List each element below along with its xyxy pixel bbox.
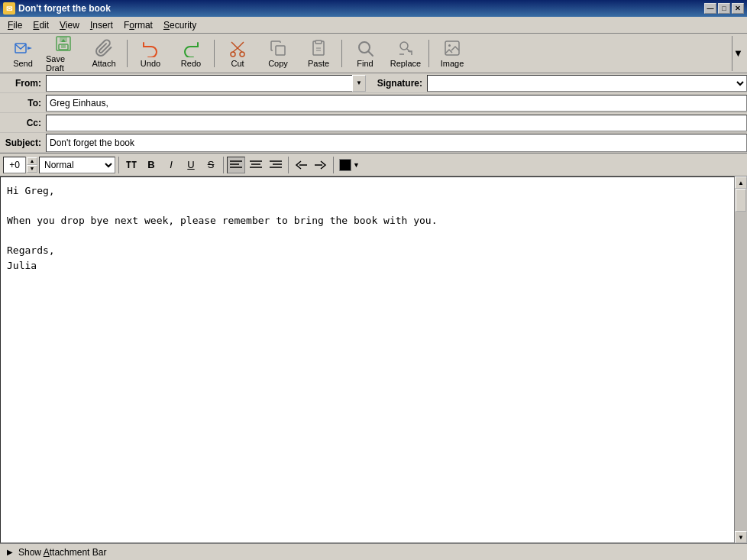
body-area: ▲ ▼ <box>0 176 747 543</box>
copy-icon <box>269 39 287 57</box>
cut-button[interactable]: Cut <box>218 36 257 71</box>
scroll-down-arrow[interactable]: ▼ <box>735 531 747 543</box>
subject-label: Subject: <box>0 138 46 148</box>
subject-wrapper <box>46 134 747 152</box>
close-button[interactable]: ✕ <box>732 3 744 14</box>
from-select[interactable] <box>46 75 366 92</box>
italic-button[interactable]: I <box>162 157 180 173</box>
subject-input[interactable] <box>47 134 167 151</box>
attach-button[interactable]: Attach <box>84 36 124 71</box>
find-icon <box>356 39 374 57</box>
font-size-wrap: ▲ ▼ <box>3 157 37 173</box>
replace-label: Replace <box>390 59 421 68</box>
align-center-button[interactable] <box>247 157 265 173</box>
copy-label: Copy <box>268 59 288 68</box>
toolbar-sep-1 <box>127 40 128 67</box>
from-label: From: <box>0 78 46 89</box>
menu-format[interactable]: Format <box>119 18 157 32</box>
image-icon <box>443 39 461 57</box>
cc-label: Cc: <box>0 118 46 128</box>
svg-rect-13 <box>315 40 322 44</box>
replace-button[interactable]: Replace <box>386 36 425 71</box>
save-draft-label: Save Draft <box>46 54 81 73</box>
copy-button[interactable]: Copy <box>258 36 298 71</box>
indent-less-button[interactable] <box>292 157 310 173</box>
attachment-bar-label[interactable]: Show Attachment Bar <box>18 547 106 558</box>
fmt-sep-3 <box>288 157 289 173</box>
menu-insert[interactable]: Insert <box>86 18 118 32</box>
image-label: Image <box>441 59 464 68</box>
underline-button[interactable]: U <box>182 157 200 173</box>
toolbar-more-button[interactable]: ▼ <box>732 36 744 71</box>
format-toolbar: ▲ ▼ Normal Heading 1 Heading 2 Heading 3… <box>0 154 747 176</box>
strikethrough-button[interactable]: S <box>202 157 220 173</box>
replace-icon <box>396 39 415 57</box>
save-draft-icon <box>54 34 73 53</box>
undo-button[interactable]: Undo <box>131 36 170 71</box>
attachment-arrow[interactable]: ▶ <box>6 549 14 556</box>
send-button[interactable]: Send <box>3 36 43 71</box>
menu-edit[interactable]: Edit <box>28 18 53 32</box>
window-title: Don't forget the book <box>18 3 111 14</box>
redo-button[interactable]: Redo <box>171 36 211 71</box>
paste-icon <box>309 39 328 57</box>
undo-icon <box>141 39 160 57</box>
minimize-button[interactable]: — <box>704 3 716 14</box>
font-size-input[interactable] <box>3 157 26 173</box>
send-icon <box>14 39 32 57</box>
fixed-width-button[interactable]: TT <box>122 157 141 173</box>
text-color-swatch <box>339 159 351 171</box>
cc-input[interactable] <box>46 115 747 131</box>
menu-security[interactable]: Security <box>159 18 201 32</box>
menu-file[interactable]: File <box>3 18 27 32</box>
scroll-thumb[interactable] <box>736 189 746 212</box>
email-body-editor[interactable] <box>0 176 735 543</box>
cut-label: Cut <box>231 59 244 68</box>
align-left-button[interactable] <box>227 157 245 173</box>
svg-rect-12 <box>276 46 285 55</box>
header-section: From: ▼ Signature: To: Cc: Subject: <box>0 73 747 154</box>
toolbar-sep-2 <box>214 40 215 67</box>
signature-label: Signature: <box>366 78 427 89</box>
redo-label: Redo <box>181 59 201 68</box>
svg-point-8 <box>231 52 235 57</box>
menubar: File Edit View Insert Format Security <box>0 17 747 34</box>
app-icon: ✉ <box>3 2 15 15</box>
scrollbar[interactable]: ▲ ▼ <box>735 176 747 543</box>
signature-select[interactable] <box>427 75 747 92</box>
attach-icon <box>95 39 113 57</box>
from-select-arrow[interactable]: ▼ <box>352 75 366 92</box>
font-size-arrows: ▲ ▼ <box>27 157 37 173</box>
send-label: Send <box>13 59 33 68</box>
from-row: From: ▼ Signature: <box>0 73 747 93</box>
align-right-button[interactable] <box>267 157 285 173</box>
scroll-up-arrow[interactable]: ▲ <box>735 176 747 189</box>
fmt-sep-2 <box>223 157 224 173</box>
menu-view[interactable]: View <box>55 18 84 32</box>
paste-button[interactable]: Paste <box>299 36 338 71</box>
svg-rect-0 <box>15 44 26 53</box>
fmt-sep-1 <box>118 157 119 173</box>
scroll-track[interactable] <box>735 189 747 531</box>
svg-point-9 <box>240 52 244 57</box>
svg-line-11 <box>238 48 242 52</box>
color-dropdown-arrow: ▼ <box>353 161 360 169</box>
font-size-up[interactable]: ▲ <box>27 157 37 165</box>
font-size-down[interactable]: ▼ <box>27 165 37 173</box>
find-button[interactable]: Find <box>345 36 385 71</box>
toolbar: Send Save Draft Attach <box>0 34 747 73</box>
statusbar: ▶ Show Attachment Bar <box>0 543 747 560</box>
to-row: To: <box>0 93 747 113</box>
indent-more-button[interactable] <box>312 157 330 173</box>
paste-label: Paste <box>308 59 329 68</box>
find-label: Find <box>357 59 373 68</box>
bold-button[interactable]: B <box>142 157 160 173</box>
signature-select-wrap <box>427 75 747 92</box>
maximize-button[interactable]: □ <box>718 3 730 14</box>
toolbar-sep-4 <box>428 40 429 67</box>
to-input[interactable] <box>46 95 747 112</box>
text-color-button[interactable]: ▼ <box>337 157 362 173</box>
image-button[interactable]: Image <box>432 36 472 71</box>
style-select[interactable]: Normal Heading 1 Heading 2 Heading 3 Pre… <box>39 157 115 173</box>
save-draft-button[interactable]: Save Draft <box>44 36 83 71</box>
